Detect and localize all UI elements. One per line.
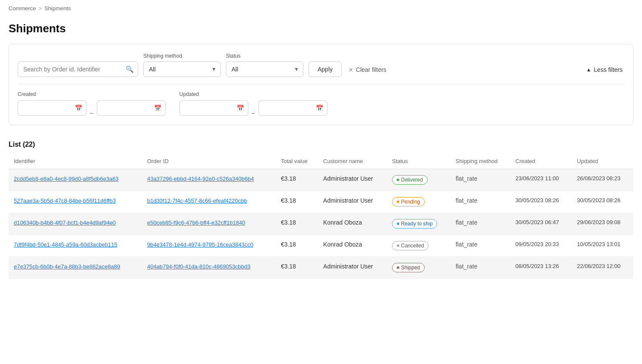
table-row: d106340b-b4b8-4f07-bcf1-b4e4d9af94e0 e50… [9,213,633,235]
order-id-link[interactable]: 404ab794-f0f0-41da-810c-4869053cbbd3 [147,263,250,270]
col-status: Status [387,154,451,169]
updated-to-wrapper: 📅 [259,100,327,116]
shipping-method-select-wrapper: All flat_rate free_shipping local_pickup… [143,62,221,77]
cell-customer-name: Konrad Oboza [318,213,387,235]
less-filters-button[interactable]: ▲ Less filters [584,62,624,77]
created-label: Created [18,91,166,97]
cell-updated: 29/06/2023 09:08 [572,213,633,235]
created-date-group: Created 📅 – 📅 [18,91,166,116]
cell-updated: 26/06/2023 08:23 [572,169,633,191]
table-row: 527aae3a-5b5d-47c8-84be-b56f11d6ffb3 b1d… [9,191,633,213]
cell-status: Shipped [387,257,451,279]
created-to-wrapper: 📅 [97,100,166,116]
table-row: e7e375cb-6b0b-4e7a-88b3-be862ace8a89 404… [9,257,633,279]
cell-identifier: d106340b-b4b8-4f07-bcf1-b4e4d9af94e0 [9,213,142,235]
identifier-link[interactable]: 2cdd5eb8-e8a0-4ec8-99d0-a8f5db6e3a63 [14,176,119,182]
date-separator-updated: – [250,109,257,116]
status-badge: Shipped [392,263,425,272]
order-id-link[interactable]: b1d30f12-7f4c-4557-8c66-efeaf4220cbb [147,197,247,204]
updated-to-input[interactable] [259,100,327,116]
status-select-wrapper: All Delivered Pending Ready to ship Canc… [226,62,303,77]
updated-date-group: Updated 📅 – 📅 [179,91,327,116]
cell-shipping-method: flat_rate [451,169,510,191]
shipments-table: Identifier Order ID Total value Customer… [9,154,633,279]
shipping-method-select[interactable]: All flat_rate free_shipping local_pickup [143,62,221,77]
status-badge: Delivered [392,175,428,185]
identifier-link[interactable]: e7e375cb-6b0b-4e7a-88b3-be862ace8a89 [14,263,120,270]
apply-button[interactable]: Apply [309,62,342,77]
filter-row-2: Created 📅 – 📅 Updated 📅 [18,84,624,116]
breadcrumb-parent[interactable]: Commerce [9,5,36,12]
status-dot [397,179,399,181]
created-from-input[interactable] [18,100,86,116]
cell-order-id: 43a37296-ebbd-4164-92e0-c526a340b6b4 [142,169,276,191]
cell-updated: 22/06/2023 12:00 [572,257,633,279]
cell-total-value: €3.18 [276,191,318,213]
status-dot [397,266,399,269]
cell-order-id: b1d30f12-7f4c-4557-8c66-efeaf4220cbb [142,191,276,213]
cell-updated: 30/05/2023 08:26 [572,191,633,213]
col-order-id: Order ID [142,154,276,169]
table-row: 2cdd5eb8-e8a0-4ec8-99d0-a8f5db6e3a63 43a… [9,169,633,191]
clear-filters-button[interactable]: ✕ Clear filters [347,62,388,77]
search-input[interactable] [18,62,138,77]
status-filter-group: Status All Delivered Pending Ready to sh… [226,53,303,77]
order-id-link[interactable]: e50ceb85-f9c6-47b6-bff4-e32cff1b1840 [147,219,245,226]
breadcrumb-current: Shipments [44,5,71,12]
order-id-link[interactable]: 9b4e3478-1e4d-4974-9795-16cea3843cc0 [147,241,253,248]
col-customer-name: Customer name [318,154,387,169]
status-dot [397,222,399,225]
identifier-link[interactable]: 7df9f4bd-50e1-4845-a59a-60d3acbeb115 [14,241,117,248]
identifier-link[interactable]: d106340b-b4b8-4f07-bcf1-b4e4d9af94e0 [14,219,116,226]
cell-shipping-method: flat_rate [451,191,510,213]
col-identifier: Identifier [9,154,142,169]
cell-total-value: €3.18 [276,235,318,257]
identifier-link[interactable]: 527aae3a-5b5d-47c8-84be-b56f11d6ffb3 [14,197,116,204]
order-id-link[interactable]: 43a37296-ebbd-4164-92e0-c526a340b6b4 [147,176,254,182]
cell-shipping-method: flat_rate [451,213,510,235]
cell-created: 08/05/2023 13:26 [510,257,572,279]
cell-created: 30/05/2023 06:47 [510,213,572,235]
cell-status: Cancelled [387,235,451,257]
cell-shipping-method: flat_rate [451,235,510,257]
cell-created: 23/06/2023 11:00 [510,169,572,191]
cell-total-value: €3.18 [276,257,318,279]
created-date-range-inputs: 📅 – 📅 [18,100,166,116]
close-icon: ✕ [349,67,353,73]
cell-identifier: 2cdd5eb8-e8a0-4ec8-99d0-a8f5db6e3a63 [9,169,142,191]
col-shipping-method: Shipping method [451,154,510,169]
created-to-input[interactable] [97,100,166,116]
status-badge: Ready to ship [392,219,437,228]
status-select[interactable]: All Delivered Pending Ready to ship Canc… [226,62,303,77]
breadcrumb: Commerce > Shipments [0,0,642,17]
shipping-method-filter-group: Shipping method All flat_rate free_shipp… [143,53,221,77]
col-created: Created [510,154,572,169]
cell-customer-name: Konrad Oboza [318,235,387,257]
filter-row-1: 🔍 Shipping method All flat_rate free_shi… [18,53,624,77]
cell-total-value: €3.18 [276,169,318,191]
cell-customer-name: Administrator User [318,191,387,213]
status-dot [397,244,399,247]
col-total-value: Total value [276,154,318,169]
list-header: List (22) [9,134,633,154]
list-section: List (22) Identifier Order ID Total valu… [9,134,633,279]
table-row: 7df9f4bd-50e1-4845-a59a-60d3acbeb115 9b4… [9,235,633,257]
page-header: Shipments [0,17,642,44]
less-filters-label: Less filters [594,66,623,73]
col-updated: Updated [572,154,633,169]
status-label: Status [226,53,303,59]
cell-order-id: e50ceb85-f9c6-47b6-bff4-e32cff1b1840 [142,213,276,235]
cell-shipping-method: flat_rate [451,257,510,279]
updated-from-input[interactable] [179,100,248,116]
cell-identifier: 527aae3a-5b5d-47c8-84be-b56f11d6ffb3 [9,191,142,213]
cell-identifier: 7df9f4bd-50e1-4845-a59a-60d3acbeb115 [9,235,142,257]
search-icon: 🔍 [126,65,134,73]
updated-date-range-inputs: 📅 – 📅 [179,100,327,116]
cell-created: 09/05/2023 20:33 [510,235,572,257]
shipping-method-label: Shipping method [143,53,221,59]
cell-order-id: 9b4e3478-1e4d-4974-9795-16cea3843cc0 [142,235,276,257]
cell-status: Ready to ship [387,213,451,235]
date-separator-created: – [88,109,95,116]
status-dot [397,201,399,203]
cell-identifier: e7e375cb-6b0b-4e7a-88b3-be862ace8a89 [9,257,142,279]
